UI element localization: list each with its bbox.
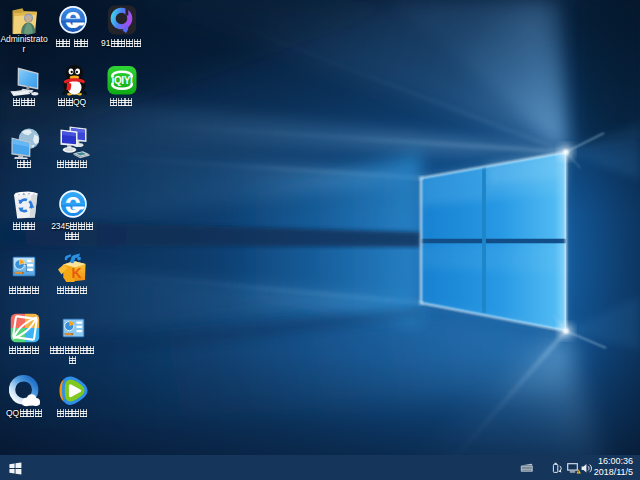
svg-text:K: K <box>71 265 81 281</box>
svg-text:iQIYI: iQIYI <box>112 75 133 86</box>
